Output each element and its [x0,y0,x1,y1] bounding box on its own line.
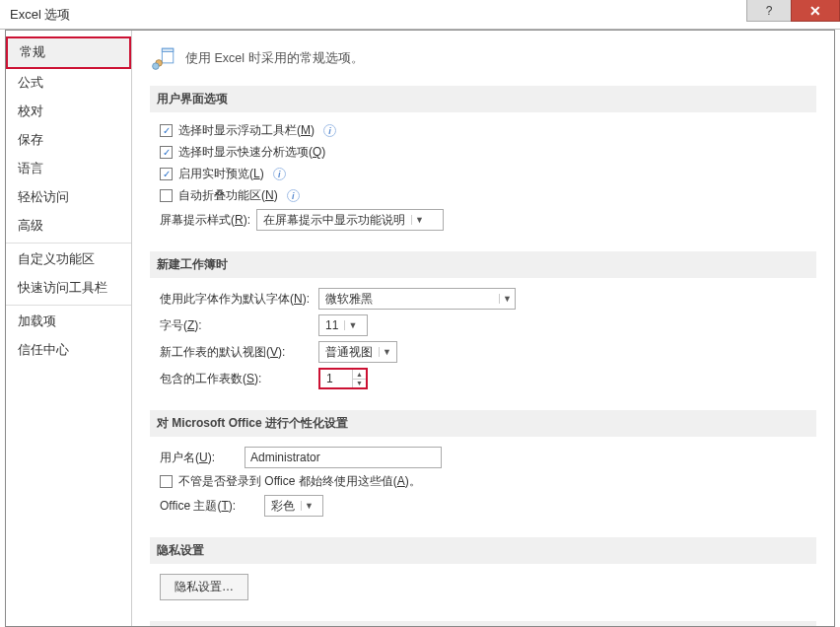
label-always-use: 不管是否登录到 Office 都始终使用这些值(A)。 [178,473,421,490]
content-panel: 使用 Excel 时采用的常规选项。 用户界面选项 ✓ 选择时显示浮动工具栏(M… [132,31,834,626]
checkbox-always-use[interactable] [160,475,173,488]
titlebar: Excel 选项 ? ✕ [0,0,840,30]
checkbox-live-preview[interactable]: ✓ [160,168,173,180]
sidebar-item-trust[interactable]: 信任中心 [6,336,131,365]
input-username[interactable]: Administrator [245,447,442,468]
row-auto-collapse: 自动折叠功能区(N) i [156,187,810,204]
combo-default-font[interactable]: 微软雅黑 ▼ [318,288,516,310]
sidebar-item-label: 自定义功能区 [18,252,95,266]
sidebar-item-label: 公式 [18,76,43,90]
row-always-use: 不管是否登录到 Office 都始终使用这些值(A)。 [156,473,810,490]
row-office-theme: Office 主题(T): 彩色 ▼ [156,495,810,517]
label-office-theme: Office 主题(T): [160,498,258,515]
sidebar-item-label: 信任中心 [18,343,69,357]
combo-value: 在屏幕提示中显示功能说明 [257,212,411,229]
sidebar-item-label: 常规 [20,45,45,59]
window-title: Excel 选项 [10,6,70,24]
page-header: 使用 Excel 时采用的常规选项。 [150,44,816,72]
label-screentip: 屏幕提示样式(R): [160,212,250,229]
info-icon[interactable]: i [273,168,286,180]
sidebar-item-formulas[interactable]: 公式 [6,69,131,98]
combo-default-view[interactable]: 普通视图 ▼ [318,341,397,363]
svg-rect-1 [162,48,173,51]
info-icon[interactable]: i [287,189,300,202]
input-value: Administrator [250,451,320,464]
combo-value: 微软雅黑 [319,291,499,308]
page-header-text: 使用 Excel 时采用的常规选项。 [185,50,364,67]
row-mini-toolbar: ✓ 选择时显示浮动工具栏(M) i [156,122,810,139]
general-options-icon [150,44,177,72]
row-default-view: 新工作表的默认视图(V): 普通视图 ▼ [156,341,810,363]
spinner-up-icon[interactable]: ▲ [353,370,366,379]
row-default-font: 使用此字体作为默认字体(N): 微软雅黑 ▼ [156,288,810,310]
checkbox-quick-analysis[interactable]: ✓ [160,146,173,159]
privacy-settings-button[interactable]: 隐私设置… [160,574,248,600]
chevron-down-icon: ▼ [411,215,427,225]
sidebar-item-label: 加载项 [18,314,56,328]
label-username: 用户名(U): [160,450,239,466]
sidebar-item-label: 校对 [18,104,43,118]
spinner-value: 1 [320,370,352,387]
combo-value: 普通视图 [319,344,379,361]
combo-value: 11 [319,318,344,332]
combo-screentip[interactable]: 在屏幕提示中显示功能说明 ▼ [256,209,444,231]
row-screentip: 屏幕提示样式(R): 在屏幕提示中显示功能说明 ▼ [156,209,810,231]
combo-office-theme[interactable]: 彩色 ▼ [264,495,323,517]
label-default-font: 使用此字体作为默认字体(N): [160,291,313,308]
section-ui: ✓ 选择时显示浮动工具栏(M) i ✓ 选择时显示快速分析选项(Q) ✓ 启用实… [150,122,816,245]
section-newbook: 使用此字体作为默认字体(N): 微软雅黑 ▼ 字号(Z): 11 ▼ 新工作表的… [150,288,816,404]
label-sheet-count: 包含的工作表数(S): [160,371,313,387]
sidebar-item-label: 语言 [18,162,43,175]
sidebar-item-label: 轻松访问 [18,190,69,204]
spinner-sheet-count[interactable]: 1 ▲ ▼ [318,368,368,389]
chevron-down-icon: ▼ [499,294,515,304]
sidebar-item-label: 快速访问工具栏 [18,281,107,295]
sidebar-item-ease[interactable]: 轻松访问 [6,183,131,212]
sidebar-item-general[interactable]: 常规 [8,38,129,67]
sidebar-item-save[interactable]: 保存 [6,126,131,155]
content-frame: 常规 公式 校对 保存 语言 轻松访问 高级 自定义功能区 快速访问工具栏 加载… [5,30,835,627]
sidebar-item-customize-ribbon[interactable]: 自定义功能区 [6,245,131,274]
section-privacy: 隐私设置… [150,574,816,615]
combo-font-size[interactable]: 11 ▼ [318,314,368,336]
combo-value: 彩色 [265,498,301,515]
info-icon[interactable]: i [323,124,336,137]
label-auto-collapse: 自动折叠功能区(N) [178,187,278,204]
label-default-view: 新工作表的默认视图(V): [160,344,313,361]
sidebar-item-label: 高级 [18,219,43,233]
label-mini-toolbar: 选择时显示浮动工具栏(M) [178,122,315,139]
chevron-down-icon: ▼ [301,501,316,511]
sidebar-item-label: 保存 [18,133,43,147]
help-button[interactable]: ? [746,0,792,22]
chevron-down-icon: ▼ [344,320,360,330]
svg-point-3 [153,63,160,70]
section-personalize: 用户名(U): Administrator 不管是否登录到 Office 都始终… [150,447,816,531]
sidebar: 常规 公式 校对 保存 语言 轻松访问 高级 自定义功能区 快速访问工具栏 加载… [6,31,132,626]
section-head-startup: 启动选项 [150,621,816,626]
chevron-down-icon: ▼ [379,347,394,357]
section-head-personalize: 对 Microsoft Office 进行个性化设置 [150,410,816,437]
row-sheet-count: 包含的工作表数(S): 1 ▲ ▼ [156,368,810,389]
spinner-down-icon[interactable]: ▼ [353,379,366,388]
section-head-ui: 用户界面选项 [150,86,816,112]
sidebar-item-advanced[interactable]: 高级 [6,212,131,244]
section-head-newbook: 新建工作簿时 [150,251,816,278]
row-quick-analysis: ✓ 选择时显示快速分析选项(Q) [156,144,810,161]
row-live-preview: ✓ 启用实时预览(L) i [156,166,810,182]
sidebar-item-qat[interactable]: 快速访问工具栏 [6,274,131,306]
label-font-size: 字号(Z): [160,317,313,334]
label-live-preview: 启用实时预览(L) [178,166,264,182]
checkbox-mini-toolbar[interactable]: ✓ [160,124,173,137]
section-head-privacy: 隐私设置 [150,537,816,564]
titlebar-buttons: ? ✕ [746,0,840,29]
row-font-size: 字号(Z): 11 ▼ [156,314,810,336]
label-quick-analysis: 选择时显示快速分析选项(Q) [178,144,325,161]
close-button[interactable]: ✕ [791,0,840,22]
row-username: 用户名(U): Administrator [156,447,810,468]
sidebar-item-addins[interactable]: 加载项 [6,308,131,336]
checkbox-auto-collapse[interactable] [160,189,173,202]
sidebar-item-proofing[interactable]: 校对 [6,98,131,126]
sidebar-item-language[interactable]: 语言 [6,155,131,183]
